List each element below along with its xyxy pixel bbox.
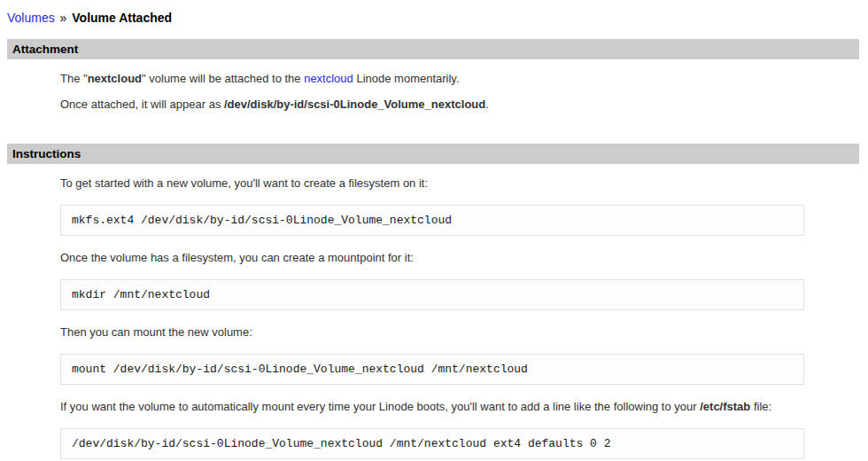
instruction-step-text: If you want the volume to automatically …: [60, 400, 804, 413]
breadcrumb: Volumes » Volume Attached: [7, 11, 859, 25]
instruction-step-text: Once the volume has a filesystem, you ca…: [60, 251, 804, 264]
code-block-fstab: /dev/disk/by-id/scsi-0Linode_Volume_next…: [60, 428, 804, 459]
code-block-mkfs: mkfs.ext4 /dev/disk/by-id/scsi-0Linode_V…: [60, 205, 804, 236]
breadcrumb-separator: »: [55, 11, 73, 25]
device-path: /dev/disk/by-id/scsi-0Linode_Volume_next…: [224, 98, 485, 111]
volume-name: nextcloud: [88, 72, 142, 85]
fstab-path: /etc/fstab: [700, 400, 750, 413]
instruction-step-text: Then you can mount the new volume:: [60, 325, 804, 339]
linode-link[interactable]: nextcloud: [304, 72, 353, 85]
attachment-path-text: Once attached, it will appear as /dev/di…: [60, 98, 804, 111]
instructions-section-body: To get started with a new volume, you'll…: [60, 176, 804, 459]
instruction-step-text: To get started with a new volume, you'll…: [60, 176, 804, 190]
attachment-status-text: The "nextcloud" volume will be attached …: [60, 72, 804, 85]
breadcrumb-link-volumes[interactable]: Volumes: [7, 11, 55, 25]
attachment-section-body: The "nextcloud" volume will be attached …: [60, 72, 804, 111]
section-header-instructions: Instructions: [7, 144, 859, 164]
page: Volumes » Volume Attached Attachment The…: [0, 0, 868, 459]
section-header-attachment: Attachment: [7, 39, 859, 59]
page-title: Volume Attached: [72, 11, 172, 25]
code-block-mount: mount /dev/disk/by-id/scsi-0Linode_Volum…: [60, 354, 804, 385]
code-block-mkdir: mkdir /mnt/nextcloud: [60, 279, 804, 310]
